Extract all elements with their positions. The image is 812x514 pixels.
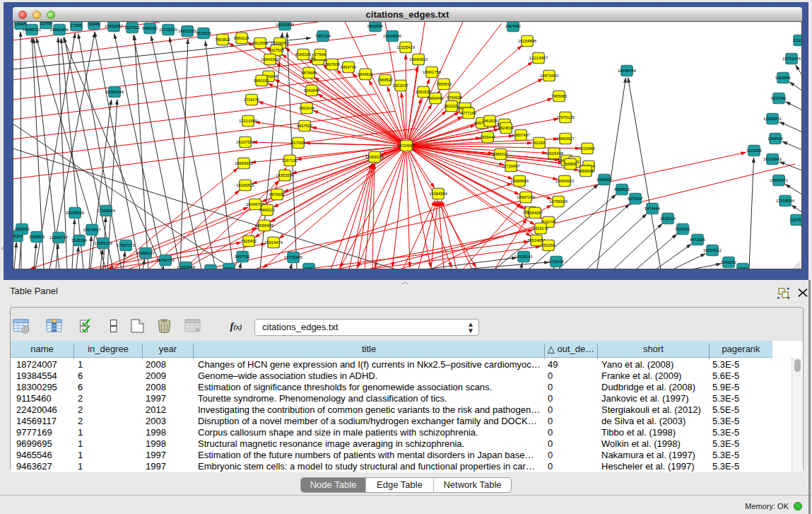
svg-text:9699695: 9699695 bbox=[578, 168, 594, 173]
svg-text:11125: 11125 bbox=[794, 37, 802, 42]
svg-text:10654112: 10654112 bbox=[703, 247, 722, 252]
svg-text:19463627: 19463627 bbox=[556, 136, 575, 141]
svg-text:19654933: 19654933 bbox=[235, 160, 254, 165]
svg-text:9329966: 9329966 bbox=[775, 75, 792, 80]
svg-text:12093872: 12093872 bbox=[763, 116, 782, 121]
svg-text:7955812: 7955812 bbox=[436, 81, 452, 86]
svg-text:1244419: 1244419 bbox=[767, 136, 784, 141]
svg-text:17095: 17095 bbox=[71, 23, 83, 28]
svg-text:15692971: 15692971 bbox=[770, 177, 789, 182]
svg-text:12505135: 12505135 bbox=[94, 240, 113, 245]
svg-text:68965: 68965 bbox=[565, 161, 577, 166]
svg-text:6794028: 6794028 bbox=[447, 95, 463, 100]
svg-text:19384554: 19384554 bbox=[429, 191, 448, 196]
svg-text:8912954: 8912954 bbox=[252, 40, 269, 45]
svg-text:3215955: 3215955 bbox=[746, 148, 763, 153]
svg-text:9242848: 9242848 bbox=[304, 88, 320, 93]
svg-text:10958107: 10958107 bbox=[136, 250, 155, 255]
svg-text:8960124: 8960124 bbox=[234, 35, 250, 40]
svg-text:17957273: 17957273 bbox=[117, 243, 136, 247]
svg-text:16961758: 16961758 bbox=[423, 69, 442, 74]
svg-text:10975867: 10975867 bbox=[83, 227, 102, 232]
svg-text:18907249: 18907249 bbox=[517, 194, 536, 199]
svg-text:8322037: 8322037 bbox=[393, 83, 409, 88]
svg-text:9115460: 9115460 bbox=[579, 146, 596, 151]
svg-text:16945: 16945 bbox=[15, 22, 27, 26]
svg-text:27546: 27546 bbox=[314, 52, 326, 57]
svg-text:8878352: 8878352 bbox=[269, 192, 286, 197]
svg-text:16914479: 16914479 bbox=[264, 240, 283, 245]
svg-text:9777169: 9777169 bbox=[461, 110, 477, 115]
svg-text:7485063: 7485063 bbox=[551, 93, 567, 98]
svg-text:12213389: 12213389 bbox=[239, 118, 258, 123]
svg-text:10756928: 10756928 bbox=[549, 199, 568, 204]
svg-text:9474444: 9474444 bbox=[645, 206, 661, 211]
svg-text:3267130: 3267130 bbox=[282, 158, 298, 163]
svg-text:10719155: 10719155 bbox=[159, 27, 178, 32]
svg-text:1486322: 1486322 bbox=[493, 151, 509, 156]
svg-text:14055721: 14055721 bbox=[23, 27, 42, 32]
svg-text:8938923: 8938923 bbox=[614, 187, 630, 192]
svg-text:18640910: 18640910 bbox=[409, 57, 428, 62]
svg-text:2867608: 2867608 bbox=[324, 62, 341, 66]
svg-text:16210643: 16210643 bbox=[763, 156, 782, 161]
svg-text:7632621: 7632621 bbox=[675, 226, 691, 231]
svg-text:1527602: 1527602 bbox=[124, 25, 141, 30]
svg-text:9245052: 9245052 bbox=[721, 259, 737, 264]
svg-text:9890161: 9890161 bbox=[254, 78, 270, 83]
svg-text:15300275: 15300275 bbox=[365, 154, 384, 159]
svg-text:8471626: 8471626 bbox=[690, 237, 706, 242]
svg-text:16107553: 16107553 bbox=[236, 139, 255, 144]
svg-text:1733426: 1733426 bbox=[548, 259, 565, 264]
svg-text:10853267: 10853267 bbox=[105, 23, 124, 28]
svg-text:19654923: 19654923 bbox=[555, 178, 575, 183]
svg-text:1588520: 1588520 bbox=[377, 77, 394, 82]
svg-text:19166825: 19166825 bbox=[236, 182, 255, 187]
svg-text:3875685: 3875685 bbox=[301, 70, 317, 75]
svg-text:2603144: 2603144 bbox=[299, 105, 315, 110]
svg-text:116753: 116753 bbox=[790, 217, 803, 222]
svg-text:3624534: 3624534 bbox=[498, 125, 514, 130]
svg-text:8427552: 8427552 bbox=[297, 123, 313, 128]
svg-text:3498222: 3498222 bbox=[259, 207, 276, 212]
svg-text:7625402: 7625402 bbox=[241, 238, 257, 243]
svg-text:16782759: 16782759 bbox=[156, 257, 175, 262]
svg-text:117006: 117006 bbox=[292, 140, 306, 145]
svg-text:16154808: 16154808 bbox=[518, 38, 537, 43]
svg-text:7957224: 7957224 bbox=[315, 33, 331, 38]
svg-text:10807487: 10807487 bbox=[512, 132, 531, 137]
svg-text:19218506: 19218506 bbox=[383, 33, 402, 38]
svg-text:16671355: 16671355 bbox=[178, 28, 197, 33]
svg-text:10025438: 10025438 bbox=[545, 151, 564, 156]
svg-text:17359924: 17359924 bbox=[97, 208, 116, 213]
svg-text:15716485: 15716485 bbox=[284, 255, 303, 259]
svg-text:1362635: 1362635 bbox=[416, 89, 432, 94]
svg-text:12769: 12769 bbox=[40, 22, 52, 25]
svg-text:11923448: 11923448 bbox=[177, 264, 196, 269]
svg-text:8454749: 8454749 bbox=[341, 64, 357, 69]
svg-text:16033809: 16033809 bbox=[276, 22, 295, 27]
svg-text:1640954: 1640954 bbox=[596, 177, 613, 182]
svg-text:20691406: 20691406 bbox=[50, 27, 69, 32]
svg-text:9227342: 9227342 bbox=[771, 95, 787, 100]
svg-text:14353594: 14353594 bbox=[276, 173, 295, 177]
svg-text:8990448: 8990448 bbox=[428, 95, 444, 100]
svg-text:6466160: 6466160 bbox=[142, 25, 158, 30]
svg-text:11325419: 11325419 bbox=[396, 45, 416, 49]
svg-text:2936447: 2936447 bbox=[480, 134, 496, 139]
svg-text:9457791: 9457791 bbox=[235, 254, 251, 259]
svg-text:10688609: 10688609 bbox=[510, 178, 529, 183]
svg-text:6679197: 6679197 bbox=[628, 196, 644, 201]
svg-text:9646821: 9646821 bbox=[358, 71, 374, 76]
svg-text:20053346: 20053346 bbox=[105, 89, 124, 94]
svg-text:252254: 252254 bbox=[542, 243, 556, 247]
svg-text:39154: 39154 bbox=[13, 233, 23, 238]
svg-text:15751074: 15751074 bbox=[782, 56, 801, 61]
svg-text:8813054: 8813054 bbox=[367, 23, 384, 28]
svg-text:1384067: 1384067 bbox=[527, 210, 543, 215]
svg-text:17975135: 17975135 bbox=[556, 115, 575, 119]
svg-text:f(x): f(x) bbox=[230, 320, 242, 332]
svg-text:1156829: 1156829 bbox=[29, 234, 45, 239]
svg-text:17016504: 17016504 bbox=[776, 198, 795, 203]
svg-text:7663822: 7663822 bbox=[215, 37, 231, 42]
